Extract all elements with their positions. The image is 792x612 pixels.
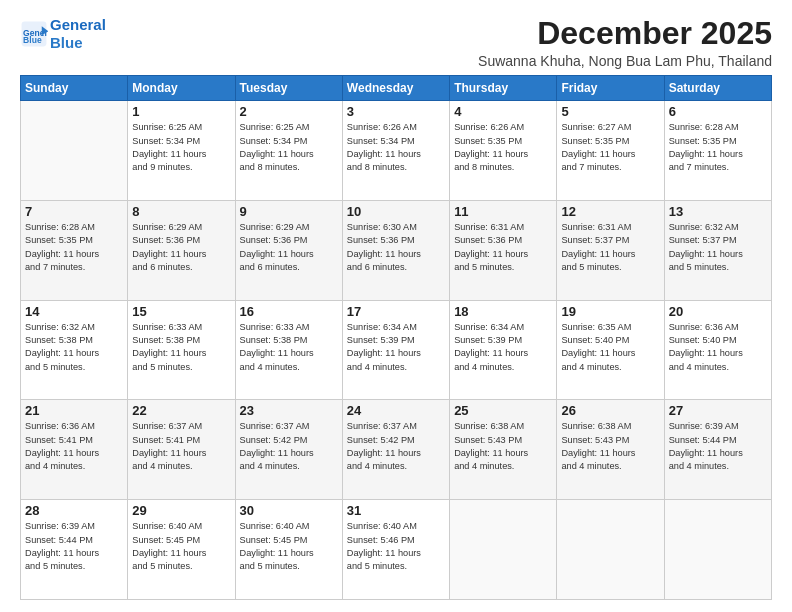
day-number: 19 [561, 304, 659, 319]
header-row: Sunday Monday Tuesday Wednesday Thursday… [21, 76, 772, 101]
day-number: 22 [132, 403, 230, 418]
calendar-week-row: 21Sunrise: 6:36 AM Sunset: 5:41 PM Dayli… [21, 400, 772, 500]
day-info: Sunrise: 6:25 AM Sunset: 5:34 PM Dayligh… [132, 121, 230, 174]
calendar-cell: 10Sunrise: 6:30 AM Sunset: 5:36 PM Dayli… [342, 200, 449, 300]
day-info: Sunrise: 6:31 AM Sunset: 5:37 PM Dayligh… [561, 221, 659, 274]
calendar-cell: 3Sunrise: 6:26 AM Sunset: 5:34 PM Daylig… [342, 101, 449, 201]
day-info: Sunrise: 6:33 AM Sunset: 5:38 PM Dayligh… [132, 321, 230, 374]
calendar-cell: 5Sunrise: 6:27 AM Sunset: 5:35 PM Daylig… [557, 101, 664, 201]
calendar-cell: 15Sunrise: 6:33 AM Sunset: 5:38 PM Dayli… [128, 300, 235, 400]
calendar-cell: 8Sunrise: 6:29 AM Sunset: 5:36 PM Daylig… [128, 200, 235, 300]
calendar-cell: 28Sunrise: 6:39 AM Sunset: 5:44 PM Dayli… [21, 500, 128, 600]
col-saturday: Saturday [664, 76, 771, 101]
subtitle: Suwanna Khuha, Nong Bua Lam Phu, Thailan… [478, 53, 772, 69]
svg-text:Blue: Blue [23, 35, 42, 45]
day-info: Sunrise: 6:31 AM Sunset: 5:36 PM Dayligh… [454, 221, 552, 274]
day-info: Sunrise: 6:40 AM Sunset: 5:46 PM Dayligh… [347, 520, 445, 573]
day-number: 15 [132, 304, 230, 319]
day-number: 24 [347, 403, 445, 418]
day-info: Sunrise: 6:34 AM Sunset: 5:39 PM Dayligh… [347, 321, 445, 374]
day-number: 25 [454, 403, 552, 418]
calendar-cell: 31Sunrise: 6:40 AM Sunset: 5:46 PM Dayli… [342, 500, 449, 600]
col-monday: Monday [128, 76, 235, 101]
calendar-cell: 18Sunrise: 6:34 AM Sunset: 5:39 PM Dayli… [450, 300, 557, 400]
day-info: Sunrise: 6:28 AM Sunset: 5:35 PM Dayligh… [669, 121, 767, 174]
day-info: Sunrise: 6:36 AM Sunset: 5:41 PM Dayligh… [25, 420, 123, 473]
day-info: Sunrise: 6:38 AM Sunset: 5:43 PM Dayligh… [454, 420, 552, 473]
day-info: Sunrise: 6:39 AM Sunset: 5:44 PM Dayligh… [25, 520, 123, 573]
calendar-cell: 29Sunrise: 6:40 AM Sunset: 5:45 PM Dayli… [128, 500, 235, 600]
day-info: Sunrise: 6:32 AM Sunset: 5:37 PM Dayligh… [669, 221, 767, 274]
calendar-cell: 21Sunrise: 6:36 AM Sunset: 5:41 PM Dayli… [21, 400, 128, 500]
logo-icon: General Blue [20, 20, 48, 48]
col-wednesday: Wednesday [342, 76, 449, 101]
calendar-cell: 20Sunrise: 6:36 AM Sunset: 5:40 PM Dayli… [664, 300, 771, 400]
day-info: Sunrise: 6:40 AM Sunset: 5:45 PM Dayligh… [240, 520, 338, 573]
day-number: 2 [240, 104, 338, 119]
calendar-cell: 4Sunrise: 6:26 AM Sunset: 5:35 PM Daylig… [450, 101, 557, 201]
day-number: 27 [669, 403, 767, 418]
day-info: Sunrise: 6:26 AM Sunset: 5:34 PM Dayligh… [347, 121, 445, 174]
calendar-cell: 22Sunrise: 6:37 AM Sunset: 5:41 PM Dayli… [128, 400, 235, 500]
calendar-week-row: 28Sunrise: 6:39 AM Sunset: 5:44 PM Dayli… [21, 500, 772, 600]
calendar-cell: 24Sunrise: 6:37 AM Sunset: 5:42 PM Dayli… [342, 400, 449, 500]
day-info: Sunrise: 6:37 AM Sunset: 5:42 PM Dayligh… [240, 420, 338, 473]
day-info: Sunrise: 6:37 AM Sunset: 5:42 PM Dayligh… [347, 420, 445, 473]
day-number: 13 [669, 204, 767, 219]
day-number: 29 [132, 503, 230, 518]
calendar-week-row: 7Sunrise: 6:28 AM Sunset: 5:35 PM Daylig… [21, 200, 772, 300]
day-number: 5 [561, 104, 659, 119]
logo-text: GeneralBlue [50, 16, 106, 52]
day-info: Sunrise: 6:37 AM Sunset: 5:41 PM Dayligh… [132, 420, 230, 473]
col-thursday: Thursday [450, 76, 557, 101]
day-number: 3 [347, 104, 445, 119]
calendar-cell [664, 500, 771, 600]
day-info: Sunrise: 6:25 AM Sunset: 5:34 PM Dayligh… [240, 121, 338, 174]
day-info: Sunrise: 6:32 AM Sunset: 5:38 PM Dayligh… [25, 321, 123, 374]
calendar-cell [21, 101, 128, 201]
calendar-cell: 17Sunrise: 6:34 AM Sunset: 5:39 PM Dayli… [342, 300, 449, 400]
day-number: 26 [561, 403, 659, 418]
day-info: Sunrise: 6:38 AM Sunset: 5:43 PM Dayligh… [561, 420, 659, 473]
day-number: 23 [240, 403, 338, 418]
calendar-cell [450, 500, 557, 600]
calendar-cell: 13Sunrise: 6:32 AM Sunset: 5:37 PM Dayli… [664, 200, 771, 300]
day-info: Sunrise: 6:27 AM Sunset: 5:35 PM Dayligh… [561, 121, 659, 174]
day-info: Sunrise: 6:33 AM Sunset: 5:38 PM Dayligh… [240, 321, 338, 374]
day-info: Sunrise: 6:28 AM Sunset: 5:35 PM Dayligh… [25, 221, 123, 274]
calendar-cell: 9Sunrise: 6:29 AM Sunset: 5:36 PM Daylig… [235, 200, 342, 300]
calendar-cell: 2Sunrise: 6:25 AM Sunset: 5:34 PM Daylig… [235, 101, 342, 201]
calendar-cell [557, 500, 664, 600]
calendar-cell: 30Sunrise: 6:40 AM Sunset: 5:45 PM Dayli… [235, 500, 342, 600]
logo: General Blue GeneralBlue [20, 16, 106, 52]
day-info: Sunrise: 6:29 AM Sunset: 5:36 PM Dayligh… [132, 221, 230, 274]
calendar-cell: 27Sunrise: 6:39 AM Sunset: 5:44 PM Dayli… [664, 400, 771, 500]
month-title: December 2025 [478, 16, 772, 51]
day-number: 4 [454, 104, 552, 119]
day-info: Sunrise: 6:39 AM Sunset: 5:44 PM Dayligh… [669, 420, 767, 473]
calendar-cell: 23Sunrise: 6:37 AM Sunset: 5:42 PM Dayli… [235, 400, 342, 500]
day-number: 12 [561, 204, 659, 219]
calendar-cell: 19Sunrise: 6:35 AM Sunset: 5:40 PM Dayli… [557, 300, 664, 400]
calendar-cell: 11Sunrise: 6:31 AM Sunset: 5:36 PM Dayli… [450, 200, 557, 300]
col-friday: Friday [557, 76, 664, 101]
day-number: 16 [240, 304, 338, 319]
day-number: 21 [25, 403, 123, 418]
col-sunday: Sunday [21, 76, 128, 101]
calendar-week-row: 1Sunrise: 6:25 AM Sunset: 5:34 PM Daylig… [21, 101, 772, 201]
day-number: 17 [347, 304, 445, 319]
day-number: 14 [25, 304, 123, 319]
day-info: Sunrise: 6:29 AM Sunset: 5:36 PM Dayligh… [240, 221, 338, 274]
day-info: Sunrise: 6:26 AM Sunset: 5:35 PM Dayligh… [454, 121, 552, 174]
day-number: 28 [25, 503, 123, 518]
day-info: Sunrise: 6:36 AM Sunset: 5:40 PM Dayligh… [669, 321, 767, 374]
day-number: 11 [454, 204, 552, 219]
calendar-cell: 6Sunrise: 6:28 AM Sunset: 5:35 PM Daylig… [664, 101, 771, 201]
calendar-cell: 26Sunrise: 6:38 AM Sunset: 5:43 PM Dayli… [557, 400, 664, 500]
calendar-cell: 16Sunrise: 6:33 AM Sunset: 5:38 PM Dayli… [235, 300, 342, 400]
day-number: 1 [132, 104, 230, 119]
day-number: 20 [669, 304, 767, 319]
calendar-week-row: 14Sunrise: 6:32 AM Sunset: 5:38 PM Dayli… [21, 300, 772, 400]
day-info: Sunrise: 6:34 AM Sunset: 5:39 PM Dayligh… [454, 321, 552, 374]
calendar-cell: 12Sunrise: 6:31 AM Sunset: 5:37 PM Dayli… [557, 200, 664, 300]
